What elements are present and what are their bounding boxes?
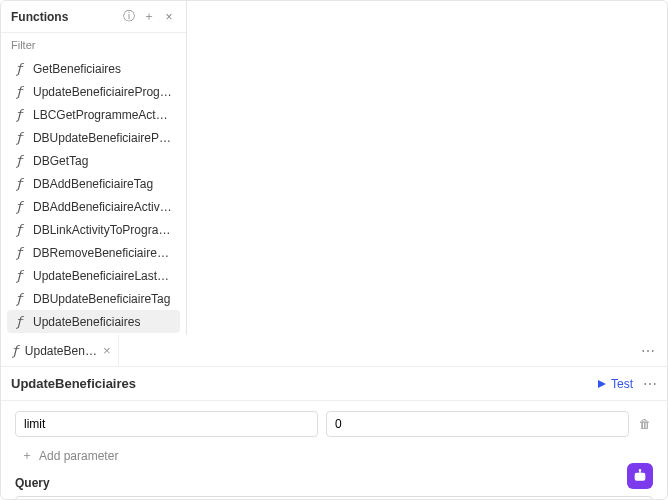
- function-icon: ƒ: [13, 84, 25, 99]
- function-label: DBUpdateBeneficiairePr…: [33, 131, 174, 145]
- function-icon: ƒ: [13, 107, 25, 122]
- close-sidebar-icon[interactable]: ×: [162, 10, 176, 24]
- function-label: UpdateBeneficiaires: [33, 315, 140, 329]
- function-list-item[interactable]: ƒUpdateBeneficiaireProg…: [7, 80, 180, 103]
- svg-point-2: [637, 476, 639, 478]
- function-list-item[interactable]: ƒDBAddBeneficiaireActivi…: [7, 195, 180, 218]
- function-list-item[interactable]: ƒDBRemoveBeneficiaireT…: [7, 241, 180, 264]
- svg-point-5: [639, 470, 640, 471]
- svg-marker-0: [598, 380, 606, 388]
- parameter-row: 🗑: [15, 411, 653, 437]
- tab-updatebeneficiaires[interactable]: ƒ UpdateBen… ×: [1, 335, 119, 367]
- function-list-item[interactable]: ƒGetBeneficiaires: [7, 57, 180, 80]
- delete-param-icon[interactable]: 🗑: [637, 417, 653, 431]
- add-parameter-button[interactable]: ＋ Add parameter: [21, 447, 653, 464]
- main-panel: ƒ UpdateBen… × ⋯ UpdateBeneficiaires Tes…: [1, 335, 667, 500]
- function-label: DBUpdateBeneficiaireTag: [33, 292, 170, 306]
- query-label: Query: [15, 476, 653, 490]
- header-more-icon[interactable]: ⋯: [643, 376, 657, 392]
- function-list-item[interactable]: ƒDBLinkActivityToProgra…: [7, 218, 180, 241]
- tab-label: UpdateBen…: [25, 344, 97, 358]
- function-label: DBLinkActivityToProgra…: [33, 223, 170, 237]
- param-value-input[interactable]: [326, 411, 629, 437]
- function-label: UpdateBeneficiaireLast…: [33, 269, 169, 283]
- function-label: DBAddBeneficiaireActivi…: [33, 200, 174, 214]
- sidebar-header: Functions ⓘ ＋ ×: [1, 1, 186, 33]
- function-icon: ƒ: [11, 343, 19, 358]
- function-header: UpdateBeneficiaires Test ⋯: [1, 367, 667, 401]
- query-type-select[interactable]: Run JS Code (javascript) ⌄: [15, 496, 653, 500]
- filter-input[interactable]: Filter: [1, 33, 186, 55]
- plus-icon: ＋: [21, 447, 33, 464]
- close-tab-icon[interactable]: ×: [103, 343, 111, 358]
- function-list-item[interactable]: ƒUpdateBeneficiaires: [7, 310, 180, 333]
- function-icon: ƒ: [13, 130, 25, 145]
- function-icon: ƒ: [13, 314, 25, 329]
- tabs-more-icon[interactable]: ⋯: [637, 343, 659, 359]
- function-label: DBAddBeneficiaireTag: [33, 177, 153, 191]
- editor-tabs: ƒ UpdateBen… × ⋯: [1, 335, 667, 367]
- function-list-item[interactable]: ƒDBUpdateBeneficiairePr…: [7, 126, 180, 149]
- assistant-bot-icon[interactable]: [627, 463, 653, 489]
- sidebar-title: Functions: [11, 10, 116, 24]
- function-label: LBCGetProgrammeActu…: [33, 108, 174, 122]
- test-button[interactable]: Test: [597, 377, 633, 391]
- function-list: ƒGetBeneficiairesƒUpdateBeneficiaireProg…: [1, 55, 186, 335]
- function-list-item[interactable]: ƒDBGetTag: [7, 149, 180, 172]
- function-icon: ƒ: [13, 291, 25, 306]
- add-param-label: Add parameter: [39, 449, 118, 463]
- function-list-item[interactable]: ƒDBUpdateBeneficiaireTag: [7, 287, 180, 310]
- function-label: UpdateBeneficiaireProg…: [33, 85, 172, 99]
- function-list-item[interactable]: ƒUpdateBeneficiaireLast…: [7, 264, 180, 287]
- functions-sidebar: Functions ⓘ ＋ × Filter ƒGetBeneficiaires…: [1, 1, 187, 335]
- function-label: DBRemoveBeneficiaireT…: [33, 246, 174, 260]
- function-icon: ƒ: [13, 153, 25, 168]
- function-label: DBGetTag: [33, 154, 88, 168]
- function-icon: ƒ: [13, 222, 25, 237]
- info-icon[interactable]: ⓘ: [122, 10, 136, 24]
- function-icon: ƒ: [13, 199, 25, 214]
- function-list-item[interactable]: ƒLBCGetProgrammeActu…: [7, 103, 180, 126]
- function-icon: ƒ: [13, 61, 25, 76]
- param-name-input[interactable]: [15, 411, 318, 437]
- function-icon: ƒ: [13, 245, 25, 260]
- svg-point-3: [641, 476, 643, 478]
- function-icon: ƒ: [13, 268, 25, 283]
- function-list-item[interactable]: ƒDBAddBeneficiaireTag: [7, 172, 180, 195]
- function-title: UpdateBeneficiaires: [11, 376, 597, 391]
- test-label: Test: [611, 377, 633, 391]
- add-function-icon[interactable]: ＋: [142, 10, 156, 24]
- function-label: GetBeneficiaires: [33, 62, 121, 76]
- function-icon: ƒ: [13, 176, 25, 191]
